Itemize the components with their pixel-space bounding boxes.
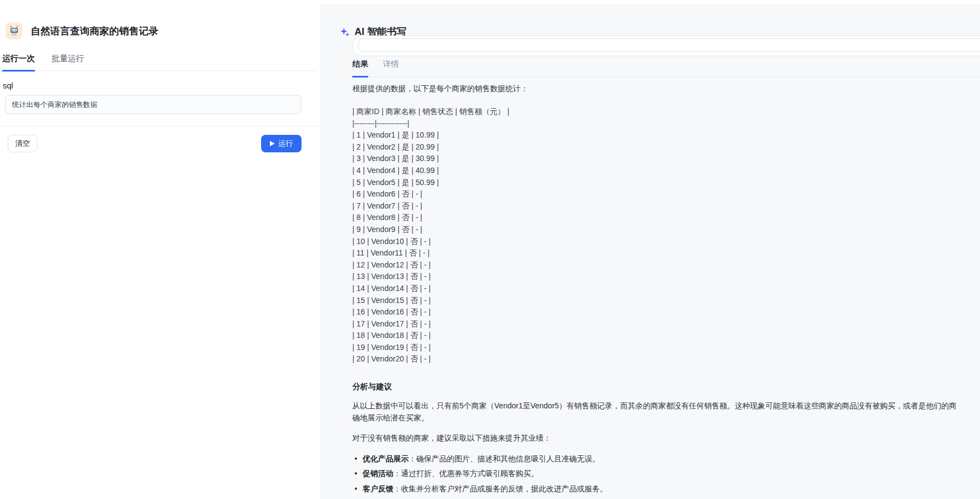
suggestion-list: 优化产品展示：确保产品的图片、描述和其他信息吸引人且准确无误。促销活动：通过打折… <box>352 452 980 499</box>
result-intro: 根据提供的数据，以下是每个商家的销售数据统计： <box>352 84 980 94</box>
table-line: | 12 | Vendor12 | 否 | - | <box>352 259 980 271</box>
tab-result[interactable]: 结果 <box>352 59 368 78</box>
analysis-line: 从以上数据中可以看出，只有前5个商家（Vendor1至Vendor5）有销售额记… <box>352 400 980 412</box>
result-tabs: 结果 详情 <box>352 59 980 77</box>
sql-input[interactable] <box>5 95 302 114</box>
tab-batch-run[interactable]: 批量运行 <box>51 54 84 70</box>
suggestion-item: 客户反馈：收集并分析客户对产品或服务的反馈，据此改进产品或服务。 <box>352 482 980 497</box>
table-line: | 16 | Vendor16 | 否 | - | <box>352 306 980 318</box>
clear-button[interactable]: 清空 <box>8 135 38 152</box>
table-line: | 14 | Vendor14 | 否 | - | <box>352 283 980 295</box>
suggestion-text: ：确保产品的图片、描述和其他信息吸引人且准确无误。 <box>409 454 600 463</box>
run-mode-tabs: 运行一次 批量运行 <box>2 54 317 71</box>
suggestion-term: 优化产品展示 <box>363 454 409 463</box>
table-line: | 8 | Vendor8 | 否 | - | <box>352 212 980 224</box>
analysis-heading: 分析与建议 <box>352 382 980 392</box>
suggestion-text: ：收集并分析客户对产品或服务的反馈，据此改进产品或服务。 <box>393 484 607 493</box>
run-button[interactable]: 运行 <box>261 135 302 152</box>
ai-writer-panel: AI 智能书写 结果 详情 根据提供的数据，以下是每个商家的销售数据统计： | … <box>320 4 980 499</box>
collapsed-input-inner <box>358 38 980 52</box>
tool-header: 自然语言查询商家的销售记录 <box>5 22 158 39</box>
page-title: 自然语言查询商家的销售记录 <box>31 25 158 38</box>
run-button-label: 运行 <box>279 139 293 148</box>
robot-icon <box>5 22 22 39</box>
table-line: | 10 | Vendor10 | 否 | - | <box>352 236 980 248</box>
table-line: | 6 | Vendor6 | 否 | - | <box>352 188 980 200</box>
result-content: 根据提供的数据，以下是每个商家的销售数据统计： | 商家ID | 商家名称 | … <box>352 84 980 499</box>
table-line: | 20 | Vendor20 | 否 | - | <box>352 353 980 365</box>
table-line: | 7 | Vendor7 | 否 | - | <box>352 200 980 212</box>
table-line: | 19 | Vendor19 | 否 | - | <box>352 342 980 354</box>
suggestion-item: 促销活动：通过打折、优惠券等方式吸引顾客购买。 <box>352 466 980 482</box>
footer-divider <box>0 126 320 127</box>
suggestion-intro: 对于没有销售额的商家，建议采取以下措施来提升其业绩： <box>352 433 980 443</box>
play-icon <box>270 141 275 146</box>
table-line: | 9 | Vendor9 | 否 | - | <box>352 224 980 236</box>
table-line: | 17 | Vendor17 | 否 | - | <box>352 318 980 330</box>
suggestion-term: 客户反馈 <box>363 484 393 493</box>
table-line: | 11 | Vendor11 | 否 | - | <box>352 247 980 259</box>
suggestion-item: 优化产品展示：确保产品的图片、描述和其他信息吸引人且准确无误。 <box>352 452 980 467</box>
table-line: | 3 | Vendor3 | 是 | 30.99 | <box>352 153 980 165</box>
table-line: | 商家ID | 商家名称 | 销售状态 | 销售额（元） | <box>352 106 980 118</box>
result-table: | 商家ID | 商家名称 | 销售状态 | 销售额（元） ||--------… <box>352 106 980 365</box>
tab-detail[interactable]: 详情 <box>383 59 399 76</box>
table-line: | 13 | Vendor13 | 否 | - | <box>352 271 980 283</box>
suggestion-text: ：通过打折、优惠券等方式吸引顾客购买。 <box>393 469 539 478</box>
table-line: | 1 | Vendor1 | 是 | 10.99 | <box>352 129 980 141</box>
sql-field-label: sql <box>3 81 13 90</box>
analysis-paragraph: 从以上数据中可以看出，只有前5个商家（Vendor1至Vendor5）有销售额记… <box>352 400 980 424</box>
query-tool-panel: 自然语言查询商家的销售记录 运行一次 批量运行 sql 清空 运行 <box>0 0 320 499</box>
table-line: | 4 | Vendor4 | 是 | 40.99 | <box>352 165 980 177</box>
suggestion-item: 市场推广：增加广告投放，利用社交媒体等渠道提高品牌知名度。 <box>352 496 980 499</box>
analysis-line: 确地展示给潜在买家。 <box>352 412 980 424</box>
table-line: |--------|------------| <box>352 118 980 130</box>
table-line: | 15 | Vendor15 | 否 | - | <box>352 295 980 307</box>
sparkle-icon <box>340 27 350 37</box>
table-line: | 5 | Vendor5 | 是 | 50.99 | <box>352 177 980 189</box>
table-line: | 18 | Vendor18 | 否 | - | <box>352 330 980 342</box>
table-line: | 2 | Vendor2 | 是 | 20.99 | <box>352 141 980 153</box>
tab-run-once[interactable]: 运行一次 <box>2 54 35 72</box>
suggestion-term: 促销活动 <box>363 469 393 478</box>
collapsed-input-card <box>352 35 980 56</box>
